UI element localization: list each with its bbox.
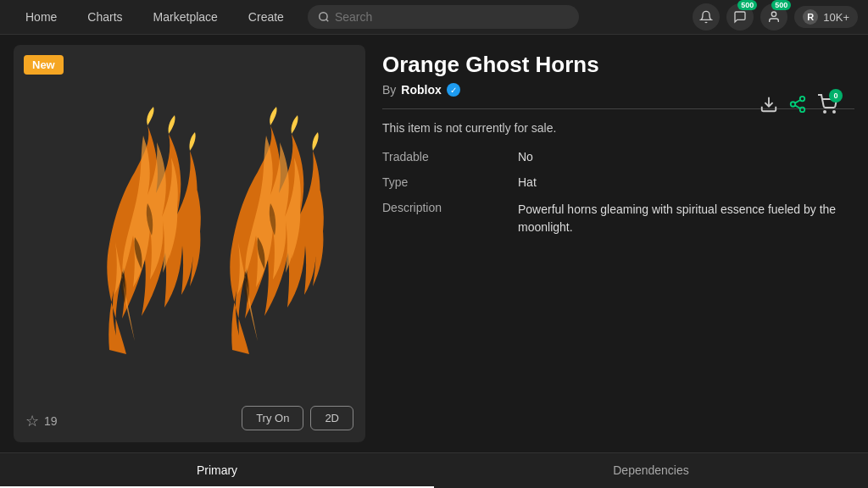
robux-icon: R — [803, 9, 818, 25]
svg-point-10 — [833, 111, 835, 113]
robux-amount: 10K+ — [823, 11, 849, 24]
friends-icon — [767, 10, 781, 24]
nav-marketplace[interactable]: Marketplace — [138, 0, 233, 35]
search-input[interactable] — [335, 10, 569, 24]
share-button[interactable] — [788, 95, 807, 118]
author-prefix: By — [382, 83, 396, 97]
search-bar[interactable] — [308, 5, 579, 29]
details-grid: Tradable No Type Hat Description Powerfu… — [382, 148, 854, 238]
messages-button[interactable]: 500 — [726, 3, 754, 30]
notifications-button[interactable] — [693, 3, 720, 30]
messages-badge: 500 — [737, 0, 757, 10]
bell-icon — [699, 10, 713, 24]
svg-point-0 — [320, 13, 327, 20]
view-2d-button[interactable]: 2D — [310, 406, 353, 430]
type-value: Hat — [518, 174, 854, 191]
friends-badge: 500 — [771, 0, 791, 10]
svg-point-4 — [800, 97, 805, 102]
nav-create[interactable]: Create — [233, 0, 299, 35]
description-label: Description — [382, 199, 518, 238]
svg-line-7 — [795, 105, 800, 108]
try-on-button[interactable]: Try On — [242, 406, 303, 430]
description-value: Powerful horns gleaming with spiritual e… — [518, 199, 854, 238]
not-for-sale-text: This item is not currently for sale. — [382, 121, 854, 135]
svg-point-9 — [824, 111, 826, 113]
chat-icon — [733, 10, 747, 24]
svg-line-1 — [326, 19, 329, 22]
type-label: Type — [382, 174, 518, 191]
svg-point-5 — [791, 102, 796, 107]
bottom-tabs: Primary Dependencies — [0, 452, 868, 488]
main-content: New — [0, 35, 868, 452]
item-details-panel: 0 Orange Ghost Horns By Roblox ✓ This it… — [382, 45, 854, 442]
navbar: Home Charts Marketplace Create 500 500 — [0, 0, 868, 35]
download-icon — [760, 95, 778, 114]
share-icon — [788, 95, 807, 114]
cart-button[interactable]: 0 — [817, 94, 837, 119]
nav-charts[interactable]: Charts — [72, 0, 137, 35]
robux-button[interactable]: R 10K+ — [794, 6, 858, 28]
new-badge: New — [24, 55, 64, 75]
verified-badge: ✓ — [447, 83, 460, 97]
search-icon — [318, 11, 330, 23]
cart-badge: 0 — [829, 89, 843, 103]
download-button[interactable] — [760, 95, 778, 118]
tab-primary[interactable]: Primary — [0, 453, 434, 488]
svg-point-2 — [772, 12, 776, 16]
tradable-value: No — [518, 148, 854, 165]
friends-button[interactable]: 500 — [760, 3, 787, 30]
nav-icon-group: 500 500 R 10K+ — [693, 3, 858, 30]
item-image-panel: New — [14, 45, 365, 442]
view-controls: Try On 2D — [242, 406, 353, 430]
rating-count: 19 — [44, 414, 58, 428]
item-image — [50, 100, 330, 388]
svg-line-8 — [795, 100, 800, 103]
action-icons: 0 — [760, 94, 837, 119]
tradable-label: Tradable — [382, 148, 518, 165]
nav-home[interactable]: Home — [10, 0, 72, 35]
tab-dependencies[interactable]: Dependencies — [434, 453, 868, 488]
star-icon: ☆ — [25, 412, 39, 430]
svg-point-6 — [800, 108, 805, 113]
item-rating: ☆ 19 — [25, 412, 58, 430]
item-title: Orange Ghost Horns — [382, 52, 854, 78]
author-name[interactable]: Roblox — [401, 83, 441, 97]
